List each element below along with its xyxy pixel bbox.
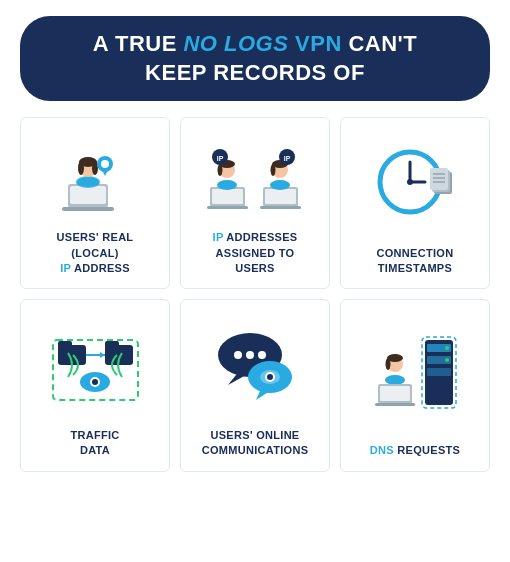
- svg-point-50: [92, 379, 98, 385]
- card-ip-users: IP IP IP ADDRESSESASSIGNED TOUSERS: [180, 117, 330, 289]
- svg-text:IP: IP: [284, 155, 291, 162]
- svg-point-60: [267, 374, 273, 380]
- svg-rect-23: [260, 206, 301, 209]
- svg-point-34: [407, 179, 413, 185]
- svg-point-54: [246, 351, 254, 359]
- card-dns: DNS REQUESTS: [340, 299, 490, 471]
- svg-rect-64: [427, 368, 451, 376]
- card-icon-ip-users: IP IP: [189, 132, 321, 222]
- svg-point-71: [385, 375, 405, 385]
- header-banner: A TRUE NO LOGS VPN CAN'T KEEP RECORDS OF: [20, 16, 490, 101]
- card-label-communications: USERS' ONLINECOMMUNICATIONS: [202, 428, 309, 459]
- card-user-location: USERS' REAL(LOCAL)IP ADDRESS: [20, 117, 170, 289]
- card-label-dns: DNS REQUESTS: [370, 443, 460, 458]
- card-label-traffic: TRAFFICDATA: [70, 428, 119, 459]
- svg-rect-73: [380, 386, 410, 401]
- svg-point-70: [386, 358, 391, 370]
- card-icon-dns: [349, 314, 481, 435]
- svg-point-11: [101, 160, 109, 168]
- svg-point-26: [271, 164, 276, 176]
- card-label-ip-users: IP ADDRESSESASSIGNED TOUSERS: [213, 230, 298, 276]
- svg-rect-74: [375, 403, 415, 406]
- card-icon-user-location: [29, 132, 161, 222]
- dns-highlight: DNS: [370, 444, 394, 456]
- card-timestamps: CONNECTIONTIMESTAMPS: [340, 117, 490, 289]
- no-logs-text: NO LOGS: [183, 31, 288, 56]
- svg-text:IP: IP: [217, 155, 224, 162]
- svg-rect-2: [62, 207, 114, 211]
- ip-highlight2: IP: [213, 231, 224, 243]
- svg-rect-43: [58, 341, 72, 348]
- icon-grid: USERS' REAL(LOCAL)IP ADDRESS IP: [20, 117, 490, 471]
- svg-point-66: [445, 358, 449, 362]
- card-label-user-location: USERS' REAL(LOCAL)IP ADDRESS: [57, 230, 134, 276]
- card-icon-traffic: [29, 314, 161, 419]
- card-traffic: TRAFFICDATA: [20, 299, 170, 471]
- svg-point-55: [258, 351, 266, 359]
- vpn-text: VPN: [295, 31, 342, 56]
- card-icon-timestamps: [349, 132, 481, 237]
- svg-point-53: [234, 351, 242, 359]
- card-icon-communications: [189, 314, 321, 419]
- svg-rect-45: [105, 341, 119, 348]
- svg-point-65: [445, 346, 449, 350]
- svg-point-8: [77, 177, 99, 187]
- svg-rect-37: [430, 168, 448, 190]
- card-label-timestamps: CONNECTIONTIMESTAMPS: [377, 246, 454, 277]
- svg-rect-14: [207, 206, 248, 209]
- svg-marker-47: [100, 352, 105, 358]
- svg-rect-1: [70, 186, 106, 204]
- ip-highlight: IP: [60, 262, 71, 274]
- header-title: A TRUE NO LOGS VPN CAN'T KEEP RECORDS OF: [48, 30, 462, 87]
- svg-point-18: [217, 180, 237, 190]
- svg-rect-22: [265, 189, 296, 204]
- svg-rect-13: [212, 189, 243, 204]
- svg-point-17: [218, 164, 223, 176]
- svg-point-27: [270, 180, 290, 190]
- card-communications: USERS' ONLINECOMMUNICATIONS: [180, 299, 330, 471]
- svg-point-6: [78, 161, 84, 175]
